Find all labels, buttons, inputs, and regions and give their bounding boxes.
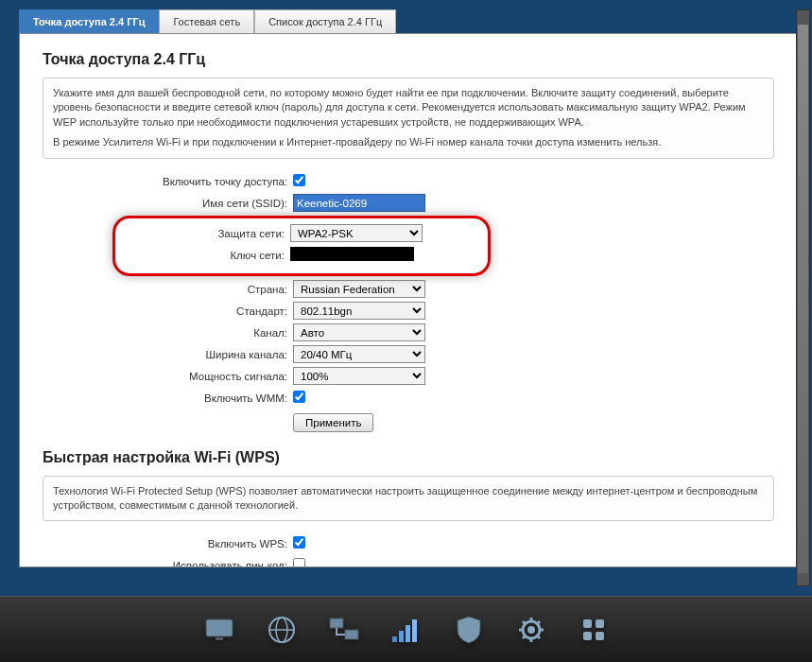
help-paragraph-1: Укажите имя для вашей беспроводной сети,… (53, 86, 764, 130)
svg-rect-21 (583, 619, 592, 628)
network-icon[interactable] (327, 613, 361, 647)
label-channel: Канал: (43, 327, 293, 339)
svg-rect-7 (392, 636, 397, 642)
label-enable-wps: Включить WPS: (43, 538, 293, 549)
select-security[interactable]: WPA2-PSK (290, 224, 423, 242)
scrollbar[interactable] (796, 9, 810, 586)
help-paragraph-2: В режиме Усилителя Wi-Fi и при подключен… (53, 135, 764, 149)
select-country[interactable]: Russian Federation (293, 280, 425, 298)
svg-rect-22 (596, 619, 604, 628)
shield-icon[interactable] (452, 613, 486, 647)
bottom-dock (0, 596, 812, 662)
select-power[interactable]: 100% (293, 367, 425, 385)
svg-rect-23 (583, 632, 592, 640)
label-country: Страна: (43, 284, 293, 295)
tab-access-point[interactable]: Точка доступа 2.4 ГГц (19, 9, 159, 33)
label-key: Ключ сети: (115, 250, 290, 261)
svg-rect-6 (345, 630, 358, 639)
svg-rect-0 (206, 619, 233, 636)
label-use-pin: Использовать пин-код: (43, 560, 293, 567)
svg-line-19 (523, 636, 526, 638)
svg-line-18 (537, 636, 540, 638)
label-power: Мощность сигнала: (43, 371, 293, 382)
apps-grid-icon[interactable] (577, 613, 611, 647)
svg-rect-10 (412, 619, 417, 642)
checkbox-enable-ap[interactable] (293, 174, 305, 186)
input-ssid[interactable] (293, 194, 425, 212)
select-channel-width[interactable]: 20/40 МГц (293, 345, 425, 363)
help-text-wps: Технология Wi-Fi Protected Setup (WPS) п… (43, 476, 774, 522)
checkbox-wmm[interactable] (293, 391, 305, 403)
checkbox-enable-wps[interactable] (293, 536, 305, 549)
globe-icon[interactable] (265, 613, 299, 647)
section-heading-ap: Точка доступа 2.4 ГГц (43, 51, 774, 68)
input-network-key[interactable] (290, 247, 414, 261)
label-ssid: Имя сети (SSID): (43, 198, 293, 209)
svg-line-17 (523, 621, 526, 624)
label-enable-ap: Включить точку доступа: (43, 176, 293, 187)
gear-icon[interactable] (514, 613, 548, 647)
section-heading-wps: Быстрая настройка Wi-Fi (WPS) (43, 449, 774, 466)
svg-rect-1 (216, 637, 223, 640)
label-standard: Стандарт: (43, 305, 293, 317)
scrollbar-thumb[interactable] (798, 25, 808, 573)
select-channel[interactable]: Авто (293, 323, 425, 341)
svg-point-12 (527, 626, 535, 634)
svg-rect-8 (399, 631, 404, 642)
wifi-bars-icon[interactable] (389, 613, 423, 647)
select-standard[interactable]: 802.11bgn (293, 302, 425, 320)
main-panel: Точка доступа 2.4 ГГц Укажите имя для ва… (19, 33, 798, 567)
checkbox-use-pin[interactable] (293, 558, 305, 567)
svg-rect-9 (406, 625, 410, 642)
apply-button-ap[interactable]: Применить (293, 413, 373, 432)
tab-guest-network[interactable]: Гостевая сеть (159, 9, 254, 33)
label-security: Защита сети: (115, 228, 290, 239)
svg-rect-5 (330, 618, 343, 628)
svg-line-20 (537, 621, 540, 624)
help-text-ap: Укажите имя для вашей беспроводной сети,… (43, 78, 774, 159)
monitor-icon[interactable] (202, 613, 236, 647)
svg-rect-24 (596, 632, 604, 640)
highlighted-security-zone: Защита сети: WPA2-PSK Ключ сети: (112, 216, 491, 276)
label-width: Ширина канала: (43, 349, 293, 360)
tab-access-list[interactable]: Список доступа 2.4 ГГц (254, 9, 396, 33)
label-wmm: Включить WMM: (43, 392, 293, 404)
tab-bar: Точка доступа 2.4 ГГц Гостевая сеть Спис… (19, 9, 798, 33)
